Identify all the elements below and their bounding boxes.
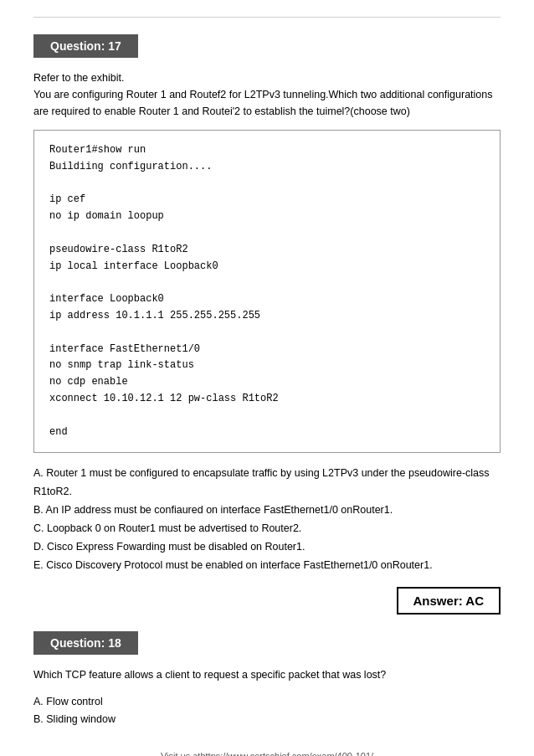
code-line-5: no ip domain loopup bbox=[49, 208, 485, 225]
code-line-18: end bbox=[49, 424, 485, 441]
q18-option-b: B. Sliding window bbox=[33, 711, 501, 729]
question-17-header: Question: 17 bbox=[33, 34, 138, 58]
code-line-12 bbox=[49, 325, 485, 342]
code-line-10: interface Loopback0 bbox=[49, 291, 485, 308]
top-border bbox=[33, 17, 501, 18]
question-18-description: Which TCP feature allows a client to req… bbox=[33, 666, 501, 683]
code-line-4: ip cef bbox=[49, 192, 485, 208]
question-17-section: Question: 17 Refer to the exhibit. You a… bbox=[33, 34, 501, 615]
question-17-intro: Refer to the exhibit. You are configurin… bbox=[33, 69, 501, 120]
option-d: D. Cisco Express Fowarding must be disab… bbox=[33, 538, 501, 557]
question-18-options: A. Flow control B. Sliding window bbox=[33, 693, 501, 730]
page-container: Question: 17 Refer to the exhibit. You a… bbox=[0, 0, 534, 756]
option-b: B. An IP address must be confiaured on i… bbox=[33, 501, 501, 520]
answer-box: Answer: AC bbox=[33, 587, 501, 615]
code-line-16: xconnect 10.10.12.1 12 pw-class R1toR2 bbox=[49, 391, 485, 408]
q18-option-a: A. Flow control bbox=[33, 693, 501, 712]
description-text: You are configuring Router 1 and Routef2… bbox=[33, 89, 493, 117]
option-a: A. Router 1 must be configured to encaps… bbox=[33, 465, 501, 501]
question-18-section: Question: 18 Which TCP feature allows a … bbox=[33, 631, 501, 730]
code-line-8: ip local interface Loopback0 bbox=[49, 259, 485, 275]
code-line-11: ip address 10.1.1.1 255.255.255.255 bbox=[49, 308, 485, 325]
code-line-7: pseudowire-class R1toR2 bbox=[49, 242, 485, 259]
code-line-13: interface FastEthernet1/0 bbox=[49, 342, 485, 358]
question-18-header: Question: 18 bbox=[33, 631, 138, 655]
question-17-options: A. Router 1 must be configured to encaps… bbox=[33, 465, 501, 574]
footer-text: Visit us athttps://www.certschief.com/ex… bbox=[161, 751, 373, 756]
code-line-17 bbox=[49, 408, 485, 424]
option-c: C. Loopback 0 on Router1 must be adverti… bbox=[33, 520, 501, 538]
code-line-6 bbox=[49, 225, 485, 242]
option-e: E. Cisco Discovery Protocol must be enab… bbox=[33, 557, 501, 575]
code-line-15: no cdp enable bbox=[49, 374, 485, 391]
code-line-14: no snmp trap link-status bbox=[49, 357, 485, 374]
code-line-3 bbox=[49, 176, 485, 193]
intro-text: Refer to the exhibit. bbox=[33, 72, 124, 84]
code-line-1: Router1#show run bbox=[49, 142, 485, 159]
code-exhibit: Router1#show run Buildiing configuration… bbox=[33, 130, 501, 453]
code-line-2: Buildiing configuration.... bbox=[49, 159, 485, 176]
footer: Visit us athttps://www.certschief.com/ex… bbox=[0, 751, 534, 756]
answer-label: Answer: AC bbox=[397, 587, 501, 615]
code-line-9 bbox=[49, 275, 485, 291]
